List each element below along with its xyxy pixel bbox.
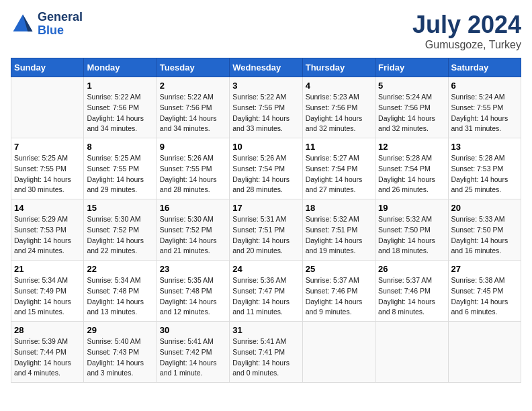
day-number: 10: [232, 142, 299, 152]
cell-content: Sunrise: 5:30 AM Sunset: 7:52 PM Dayligh…: [87, 214, 153, 257]
day-number: 2: [160, 81, 226, 91]
cell-content: Sunrise: 5:37 AM Sunset: 7:46 PM Dayligh…: [378, 275, 445, 318]
day-number: 27: [451, 264, 518, 274]
cell-content: Sunrise: 5:41 AM Sunset: 7:41 PM Dayligh…: [232, 336, 299, 379]
cell-content: Sunrise: 5:26 AM Sunset: 7:55 PM Dayligh…: [160, 153, 226, 195]
day-number: 22: [87, 264, 153, 274]
day-number: 18: [306, 203, 372, 213]
day-number: 16: [160, 203, 226, 213]
cell-content: Sunrise: 5:36 AM Sunset: 7:47 PM Dayligh…: [232, 275, 299, 318]
calendar-cell: 11Sunrise: 5:27 AM Sunset: 7:54 PM Dayli…: [302, 138, 375, 199]
calendar-cell: 18Sunrise: 5:32 AM Sunset: 7:51 PM Dayli…: [302, 199, 375, 261]
day-number: 9: [160, 142, 226, 152]
logo-text: General Blue: [38, 11, 83, 38]
day-number: 24: [232, 264, 299, 274]
calendar-cell: 12Sunrise: 5:28 AM Sunset: 7:54 PM Dayli…: [375, 138, 448, 199]
cell-content: Sunrise: 5:33 AM Sunset: 7:50 PM Dayligh…: [451, 214, 518, 257]
day-number: 6: [451, 81, 518, 91]
day-number: 1: [87, 81, 153, 91]
cell-content: Sunrise: 5:41 AM Sunset: 7:42 PM Dayligh…: [160, 336, 226, 379]
day-number: 7: [14, 142, 81, 152]
calendar-cell: 3Sunrise: 5:22 AM Sunset: 7:56 PM Daylig…: [230, 77, 302, 138]
cell-content: Sunrise: 5:28 AM Sunset: 7:53 PM Dayligh…: [451, 153, 518, 195]
cell-content: Sunrise: 5:22 AM Sunset: 7:56 PM Dayligh…: [87, 92, 153, 134]
day-number: 4: [306, 81, 372, 91]
cell-content: Sunrise: 5:23 AM Sunset: 7:56 PM Dayligh…: [306, 92, 372, 134]
cell-content: Sunrise: 5:31 AM Sunset: 7:51 PM Dayligh…: [232, 214, 299, 257]
calendar-cell: 4Sunrise: 5:23 AM Sunset: 7:56 PM Daylig…: [302, 77, 375, 138]
calendar-cell: 15Sunrise: 5:30 AM Sunset: 7:52 PM Dayli…: [84, 199, 157, 261]
calendar-cell: 31Sunrise: 5:41 AM Sunset: 7:41 PM Dayli…: [230, 322, 302, 383]
cell-content: Sunrise: 5:38 AM Sunset: 7:45 PM Dayligh…: [451, 275, 518, 318]
day-number: 14: [14, 203, 81, 213]
calendar-cell: 7Sunrise: 5:25 AM Sunset: 7:55 PM Daylig…: [11, 138, 84, 199]
calendar-cell: 22Sunrise: 5:34 AM Sunset: 7:48 PM Dayli…: [84, 261, 157, 322]
cell-content: Sunrise: 5:24 AM Sunset: 7:56 PM Dayligh…: [378, 92, 445, 134]
day-number: 13: [451, 142, 518, 152]
day-number: 29: [87, 325, 153, 335]
calendar-cell: 27Sunrise: 5:38 AM Sunset: 7:45 PM Dayli…: [448, 261, 521, 322]
cell-content: Sunrise: 5:27 AM Sunset: 7:54 PM Dayligh…: [306, 153, 372, 195]
day-number: 30: [160, 325, 226, 335]
calendar-day-header: Tuesday: [157, 58, 229, 77]
calendar-cell: 17Sunrise: 5:31 AM Sunset: 7:51 PM Dayli…: [230, 199, 302, 261]
subtitle: Gumusgoze, Turkey: [412, 39, 521, 51]
cell-content: Sunrise: 5:32 AM Sunset: 7:51 PM Dayligh…: [306, 214, 372, 257]
cell-content: Sunrise: 5:35 AM Sunset: 7:48 PM Dayligh…: [160, 275, 226, 318]
calendar-cell: [11, 77, 84, 138]
logo-icon: [11, 12, 35, 36]
cell-content: Sunrise: 5:34 AM Sunset: 7:49 PM Dayligh…: [14, 275, 81, 318]
calendar-cell: 14Sunrise: 5:29 AM Sunset: 7:53 PM Dayli…: [11, 199, 84, 261]
calendar-week-row: 7Sunrise: 5:25 AM Sunset: 7:55 PM Daylig…: [11, 138, 521, 199]
page-header: General Blue July 2024 Gumusgoze, Turkey: [11, 11, 521, 51]
day-number: 26: [378, 264, 445, 274]
calendar-cell: 25Sunrise: 5:37 AM Sunset: 7:46 PM Dayli…: [302, 261, 375, 322]
calendar-cell: 26Sunrise: 5:37 AM Sunset: 7:46 PM Dayli…: [375, 261, 448, 322]
calendar-day-header: Sunday: [11, 58, 84, 77]
cell-content: Sunrise: 5:34 AM Sunset: 7:48 PM Dayligh…: [87, 275, 153, 318]
calendar-cell: 23Sunrise: 5:35 AM Sunset: 7:48 PM Dayli…: [157, 261, 229, 322]
calendar-cell: 2Sunrise: 5:22 AM Sunset: 7:56 PM Daylig…: [157, 77, 229, 138]
calendar-week-row: 14Sunrise: 5:29 AM Sunset: 7:53 PM Dayli…: [11, 199, 521, 261]
calendar-cell: 1Sunrise: 5:22 AM Sunset: 7:56 PM Daylig…: [84, 77, 157, 138]
calendar-cell: 6Sunrise: 5:24 AM Sunset: 7:55 PM Daylig…: [448, 77, 521, 138]
calendar-cell: 29Sunrise: 5:40 AM Sunset: 7:43 PM Dayli…: [84, 322, 157, 383]
cell-content: Sunrise: 5:25 AM Sunset: 7:55 PM Dayligh…: [87, 153, 153, 195]
calendar-day-header: Thursday: [302, 58, 375, 77]
calendar-cell: 28Sunrise: 5:39 AM Sunset: 7:44 PM Dayli…: [11, 322, 84, 383]
calendar-header: SundayMondayTuesdayWednesdayThursdayFrid…: [11, 58, 521, 77]
day-number: 11: [306, 142, 372, 152]
calendar-cell: 20Sunrise: 5:33 AM Sunset: 7:50 PM Dayli…: [448, 199, 521, 261]
calendar-cell: 30Sunrise: 5:41 AM Sunset: 7:42 PM Dayli…: [157, 322, 229, 383]
day-number: 31: [232, 325, 299, 335]
cell-content: Sunrise: 5:29 AM Sunset: 7:53 PM Dayligh…: [14, 214, 81, 257]
calendar-day-header: Saturday: [448, 58, 521, 77]
calendar-cell: 24Sunrise: 5:36 AM Sunset: 7:47 PM Dayli…: [230, 261, 302, 322]
calendar-cell: [302, 322, 375, 383]
calendar-cell: 9Sunrise: 5:26 AM Sunset: 7:55 PM Daylig…: [157, 138, 229, 199]
calendar-cell: 10Sunrise: 5:26 AM Sunset: 7:54 PM Dayli…: [230, 138, 302, 199]
calendar-cell: 5Sunrise: 5:24 AM Sunset: 7:56 PM Daylig…: [375, 77, 448, 138]
calendar-week-row: 1Sunrise: 5:22 AM Sunset: 7:56 PM Daylig…: [11, 77, 521, 138]
calendar-cell: 19Sunrise: 5:32 AM Sunset: 7:50 PM Dayli…: [375, 199, 448, 261]
day-number: 23: [160, 264, 226, 274]
calendar-table: SundayMondayTuesdayWednesdayThursdayFrid…: [11, 58, 521, 383]
cell-content: Sunrise: 5:32 AM Sunset: 7:50 PM Dayligh…: [378, 214, 445, 257]
calendar-cell: 13Sunrise: 5:28 AM Sunset: 7:53 PM Dayli…: [448, 138, 521, 199]
day-number: 17: [232, 203, 299, 213]
calendar-day-header: Wednesday: [230, 58, 302, 77]
cell-content: Sunrise: 5:25 AM Sunset: 7:55 PM Dayligh…: [14, 153, 81, 195]
cell-content: Sunrise: 5:40 AM Sunset: 7:43 PM Dayligh…: [87, 336, 153, 379]
day-number: 15: [87, 203, 153, 213]
cell-content: Sunrise: 5:22 AM Sunset: 7:56 PM Dayligh…: [232, 92, 299, 134]
calendar-cell: [448, 322, 521, 383]
day-number: 25: [306, 264, 372, 274]
cell-content: Sunrise: 5:39 AM Sunset: 7:44 PM Dayligh…: [14, 336, 81, 379]
calendar-cell: 16Sunrise: 5:30 AM Sunset: 7:52 PM Dayli…: [157, 199, 229, 261]
day-number: 8: [87, 142, 153, 152]
calendar-day-header: Friday: [375, 58, 448, 77]
cell-content: Sunrise: 5:26 AM Sunset: 7:54 PM Dayligh…: [232, 153, 299, 195]
day-number: 5: [378, 81, 445, 91]
calendar-cell: [375, 322, 448, 383]
cell-content: Sunrise: 5:22 AM Sunset: 7:56 PM Dayligh…: [160, 92, 226, 134]
